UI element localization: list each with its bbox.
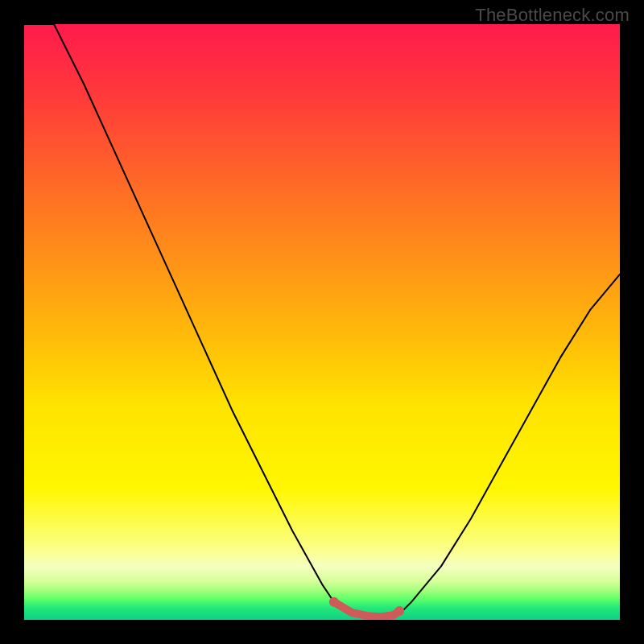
bottleneck-curve bbox=[24, 24, 620, 620]
svg-point-1 bbox=[394, 606, 404, 616]
chart-svg bbox=[24, 24, 620, 620]
plot-area bbox=[24, 24, 620, 620]
watermark-text: TheBottleneck.com bbox=[475, 5, 630, 26]
optimal-range-marker bbox=[329, 597, 404, 617]
chart-frame: TheBottleneck.com bbox=[0, 0, 644, 644]
svg-point-0 bbox=[329, 597, 339, 607]
